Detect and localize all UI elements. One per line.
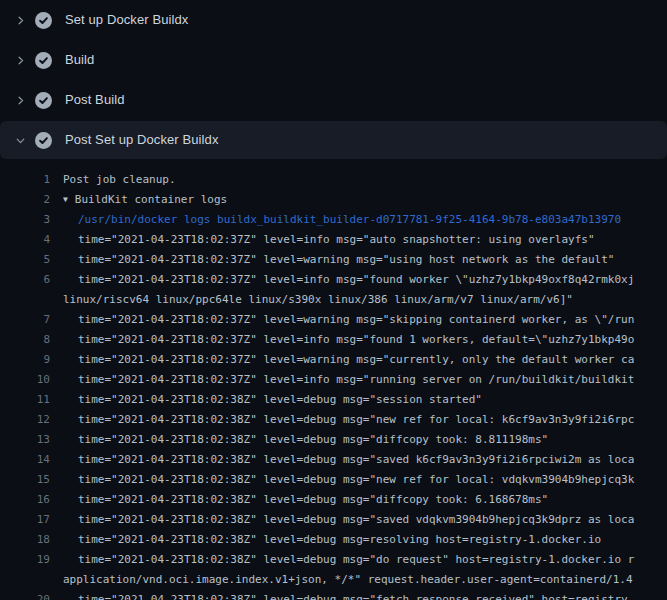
chevron-down-icon[interactable] xyxy=(12,132,28,148)
log-line: 3/usr/bin/docker logs buildx_buildkit_bu… xyxy=(0,210,667,230)
log-panel: 1Post job cleanup.2▼BuildKit container l… xyxy=(0,159,667,600)
group-toggle-triangle-icon[interactable]: ▼ xyxy=(63,190,68,210)
log-line: 20time="2021-04-23T18:02:38Z" level=debu… xyxy=(0,590,667,600)
step-row-set-up-docker-buildx[interactable]: Set up Docker Buildx xyxy=(0,0,667,40)
log-line-number[interactable]: 11 xyxy=(0,390,50,410)
log-line-number[interactable]: 14 xyxy=(0,450,50,470)
log-line: 13time="2021-04-23T18:02:38Z" level=debu… xyxy=(0,430,667,450)
log-line-text: time="2021-04-23T18:02:38Z" level=debug … xyxy=(63,410,634,430)
step-label: Build xyxy=(65,52,94,68)
log-line-text: time="2021-04-23T18:02:37Z" level=info m… xyxy=(63,370,634,390)
log-line-number[interactable]: 8 xyxy=(0,330,50,350)
log-line-number[interactable]: 16 xyxy=(0,490,50,510)
log-line: 5time="2021-04-23T18:02:37Z" level=warni… xyxy=(0,250,667,270)
log-line-number xyxy=(0,570,50,590)
log-line-text: linux/riscv64 linux/ppc64le linux/s390x … xyxy=(63,290,573,310)
log-line-number[interactable]: 19 xyxy=(0,550,50,570)
log-line-number[interactable]: 7 xyxy=(0,310,50,330)
log-line-number[interactable]: 20 xyxy=(0,590,50,600)
log-line-text: time="2021-04-23T18:02:37Z" level=info m… xyxy=(63,270,634,290)
log-line-number[interactable]: 15 xyxy=(0,470,50,490)
log-line-continuation: linux/riscv64 linux/ppc64le linux/s390x … xyxy=(0,290,667,310)
log-line: 9time="2021-04-23T18:02:37Z" level=warni… xyxy=(0,350,667,370)
log-line-text: time="2021-04-23T18:02:38Z" level=debug … xyxy=(63,550,634,570)
log-line-number[interactable]: 9 xyxy=(0,350,50,370)
step-label: Post Set up Docker Buildx xyxy=(65,132,219,148)
log-line: 8time="2021-04-23T18:02:37Z" level=info … xyxy=(0,330,667,350)
log-line-text: time="2021-04-23T18:02:37Z" level=info m… xyxy=(63,230,595,250)
chevron-right-icon[interactable] xyxy=(12,12,28,28)
log-line: 19time="2021-04-23T18:02:38Z" level=debu… xyxy=(0,550,667,570)
log-line-text: Post job cleanup. xyxy=(63,170,176,190)
log-line-number[interactable]: 12 xyxy=(0,410,50,430)
step-success-check-icon xyxy=(35,52,52,69)
log-line-text: time="2021-04-23T18:02:38Z" level=debug … xyxy=(63,470,634,490)
step-label: Set up Docker Buildx xyxy=(65,12,188,28)
log-line: 15time="2021-04-23T18:02:38Z" level=debu… xyxy=(0,470,667,490)
log-line: 17time="2021-04-23T18:02:38Z" level=debu… xyxy=(0,510,667,530)
job-log-viewer: Set up Docker BuildxBuildPost BuildPost … xyxy=(0,0,667,600)
log-command-text: /usr/bin/docker logs buildx_buildkit_bui… xyxy=(63,210,621,230)
log-line-text: time="2021-04-23T18:02:37Z" level=warnin… xyxy=(63,310,634,330)
log-line-number[interactable]: 18 xyxy=(0,530,50,550)
log-line-text: time="2021-04-23T18:02:38Z" level=debug … xyxy=(63,490,548,510)
log-line: 12time="2021-04-23T18:02:38Z" level=debu… xyxy=(0,410,667,430)
chevron-right-icon[interactable] xyxy=(12,92,28,108)
log-line: 4time="2021-04-23T18:02:37Z" level=info … xyxy=(0,230,667,250)
chevron-right-icon[interactable] xyxy=(12,52,28,68)
log-line-text: time="2021-04-23T18:02:38Z" level=debug … xyxy=(63,530,601,550)
log-line: 7time="2021-04-23T18:02:37Z" level=warni… xyxy=(0,310,667,330)
group-title[interactable]: BuildKit container logs xyxy=(75,193,227,206)
log-line: 11time="2021-04-23T18:02:38Z" level=debu… xyxy=(0,390,667,410)
log-line: 2▼BuildKit container logs xyxy=(0,190,667,210)
log-line: 1Post job cleanup. xyxy=(0,170,667,190)
log-line-text: time="2021-04-23T18:02:38Z" level=debug … xyxy=(63,450,634,470)
log-line-number xyxy=(0,290,50,310)
log-line-text: time="2021-04-23T18:02:37Z" level=warnin… xyxy=(63,250,614,270)
log-line: 16time="2021-04-23T18:02:38Z" level=debu… xyxy=(0,490,667,510)
log-line-number[interactable]: 13 xyxy=(0,430,50,450)
log-line-number[interactable]: 1 xyxy=(0,170,50,190)
log-line-text: time="2021-04-23T18:02:37Z" level=info m… xyxy=(63,330,634,350)
log-line: 18time="2021-04-23T18:02:38Z" level=debu… xyxy=(0,530,667,550)
log-line-number[interactable]: 17 xyxy=(0,510,50,530)
log-line: 6time="2021-04-23T18:02:37Z" level=info … xyxy=(0,270,667,290)
log-line-text: time="2021-04-23T18:02:38Z" level=debug … xyxy=(63,430,548,450)
step-row-build[interactable]: Build xyxy=(0,40,667,80)
log-line-continuation: application/vnd.oci.image.index.v1+json,… xyxy=(0,570,667,590)
step-label: Post Build xyxy=(65,92,125,108)
step-list: Set up Docker BuildxBuildPost BuildPost … xyxy=(0,0,667,159)
log-line-number[interactable]: 4 xyxy=(0,230,50,250)
log-line: 14time="2021-04-23T18:02:38Z" level=debu… xyxy=(0,450,667,470)
step-success-check-icon xyxy=(35,12,52,29)
step-success-check-icon xyxy=(35,92,52,109)
step-row-post-set-up-docker-buildx[interactable]: Post Set up Docker Buildx xyxy=(0,121,667,159)
log-line-text: time="2021-04-23T18:02:37Z" level=warnin… xyxy=(63,350,634,370)
step-row-post-build[interactable]: Post Build xyxy=(0,80,667,120)
log-line: 10time="2021-04-23T18:02:37Z" level=info… xyxy=(0,370,667,390)
step-success-check-icon xyxy=(35,132,52,149)
log-line-text: ▼BuildKit container logs xyxy=(63,190,227,210)
log-line-number[interactable]: 5 xyxy=(0,250,50,270)
log-line-text: time="2021-04-23T18:02:38Z" level=debug … xyxy=(63,510,634,530)
log-line-number[interactable]: 10 xyxy=(0,370,50,390)
log-line-text: application/vnd.oci.image.index.v1+json,… xyxy=(63,570,633,590)
log-line-text: time="2021-04-23T18:02:38Z" level=debug … xyxy=(63,590,634,600)
log-line-number[interactable]: 2 xyxy=(0,190,50,210)
log-line-text: time="2021-04-23T18:02:38Z" level=debug … xyxy=(63,390,482,410)
log-line-number[interactable]: 3 xyxy=(0,210,50,230)
log-line-number[interactable]: 6 xyxy=(0,270,50,290)
